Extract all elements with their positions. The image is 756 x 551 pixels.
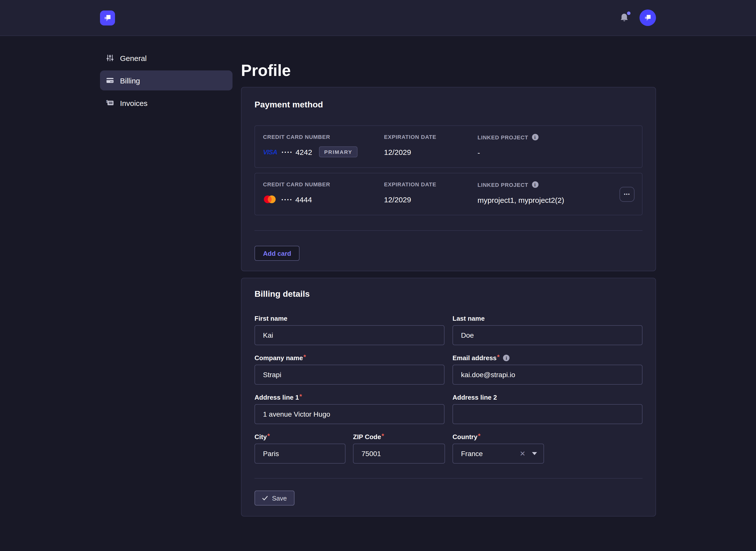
strapi-avatar-icon — [643, 13, 653, 22]
linked-project-label: LINKED PROJECT i — [478, 181, 634, 188]
email-address-input[interactable] — [453, 365, 643, 385]
app-window: General Billing — [0, 0, 756, 551]
last-name-label: Last name — [453, 315, 643, 322]
sidebar-item-general[interactable]: General — [100, 48, 233, 68]
zip-code-label: ZIP Code* — [353, 433, 445, 441]
city-label: City* — [254, 433, 345, 441]
required-asterisk: * — [497, 353, 500, 361]
first-name-label: First name — [254, 315, 445, 322]
strapi-logo-button[interactable] — [100, 10, 115, 25]
linked-project-label: LINKED PROJECT i — [478, 134, 634, 140]
required-asterisk: * — [478, 432, 481, 440]
primary-badge: PRIMARY — [319, 146, 357, 157]
address-line-1-label: Address line 1* — [254, 394, 445, 401]
ellipsis-icon: ••• — [624, 191, 630, 196]
info-icon[interactable]: i — [532, 134, 538, 140]
credit-card-row-mastercard: CREDIT CARD NUMBER •••• — [254, 173, 643, 215]
strapi-logo-icon — [102, 13, 112, 23]
sidebar-item-invoices[interactable]: $ Invoices — [100, 93, 233, 113]
sidebar-item-label: General — [120, 54, 147, 62]
card-actions-menu-button[interactable]: ••• — [619, 186, 635, 201]
address-line-1-input[interactable] — [254, 404, 445, 424]
divider — [254, 478, 643, 479]
expiration-date-label: EXPIRATION DATE — [384, 134, 478, 140]
required-asterisk: * — [303, 353, 306, 361]
country-select-value: France — [461, 450, 483, 458]
required-asterisk: * — [299, 393, 302, 400]
notification-dot — [627, 11, 631, 15]
mastercard-logo — [263, 195, 276, 204]
sidebar-item-label: Invoices — [120, 99, 148, 107]
billing-details-title: Billing details — [254, 289, 643, 299]
add-card-button[interactable]: Add card — [254, 246, 300, 261]
country-select[interactable]: France ✕ — [453, 444, 544, 464]
last-name-input[interactable] — [453, 325, 643, 345]
company-name-input[interactable] — [254, 365, 445, 385]
expiration-date-value: 12/2029 — [384, 146, 478, 157]
credit-card-row-visa: CREDIT CARD NUMBER VISA •••• 4242 PRIMAR… — [254, 125, 643, 168]
credit-card-number-label: CREDIT CARD NUMBER — [263, 181, 384, 187]
chevron-down-icon[interactable] — [532, 452, 537, 455]
clear-icon[interactable]: ✕ — [520, 450, 525, 457]
info-icon[interactable]: i — [532, 181, 538, 188]
top-navigation-bar — [0, 0, 756, 36]
credit-card-icon — [106, 76, 114, 84]
required-asterisk: * — [382, 432, 384, 440]
settings-sidebar: General Billing — [100, 48, 233, 115]
user-avatar[interactable] — [640, 9, 656, 26]
email-address-label: Email address* i — [453, 354, 643, 362]
main-content: Profile Payment method CREDIT CARD NUMBE… — [241, 48, 656, 517]
linked-project-value: - — [478, 147, 634, 158]
notifications-button[interactable] — [620, 13, 628, 22]
country-label: Country* — [453, 433, 544, 441]
address-line-2-label: Address line 2 — [453, 394, 643, 401]
city-input[interactable] — [254, 444, 345, 464]
credit-card-number-label: CREDIT CARD NUMBER — [263, 134, 384, 140]
payment-method-section: Payment method CREDIT CARD NUMBER VISA •… — [241, 87, 656, 271]
visa-logo: VISA — [263, 148, 277, 156]
first-name-input[interactable] — [254, 325, 445, 345]
masked-digits: •••• — [281, 197, 293, 202]
card-last4: 4444 — [295, 195, 312, 203]
sidebar-item-label: Billing — [120, 76, 140, 85]
sliders-icon — [106, 54, 114, 62]
svg-text:$: $ — [106, 99, 108, 103]
sidebar-item-billing[interactable]: Billing — [100, 70, 233, 90]
billing-details-form: First name Last name Company name* — [254, 315, 643, 464]
address-line-2-input[interactable] — [453, 404, 643, 424]
billing-details-section: Billing details First name Last name — [241, 278, 656, 517]
invoice-icon: $ — [106, 99, 114, 107]
linked-project-value: myproject1, myproject2(2) — [478, 194, 634, 205]
company-name-label: Company name* — [254, 354, 445, 362]
expiration-date-value: 12/2029 — [384, 194, 478, 205]
zip-code-input[interactable] — [353, 444, 445, 464]
info-icon[interactable]: i — [503, 355, 509, 361]
page-title: Profile — [241, 60, 656, 81]
check-icon — [262, 496, 268, 501]
card-last4: 4242 — [295, 148, 312, 156]
required-asterisk: * — [267, 432, 270, 440]
masked-digits: •••• — [282, 150, 293, 155]
divider — [254, 230, 643, 231]
expiration-date-label: EXPIRATION DATE — [384, 181, 478, 187]
payment-method-title: Payment method — [254, 100, 643, 110]
save-button[interactable]: Save — [254, 491, 294, 506]
